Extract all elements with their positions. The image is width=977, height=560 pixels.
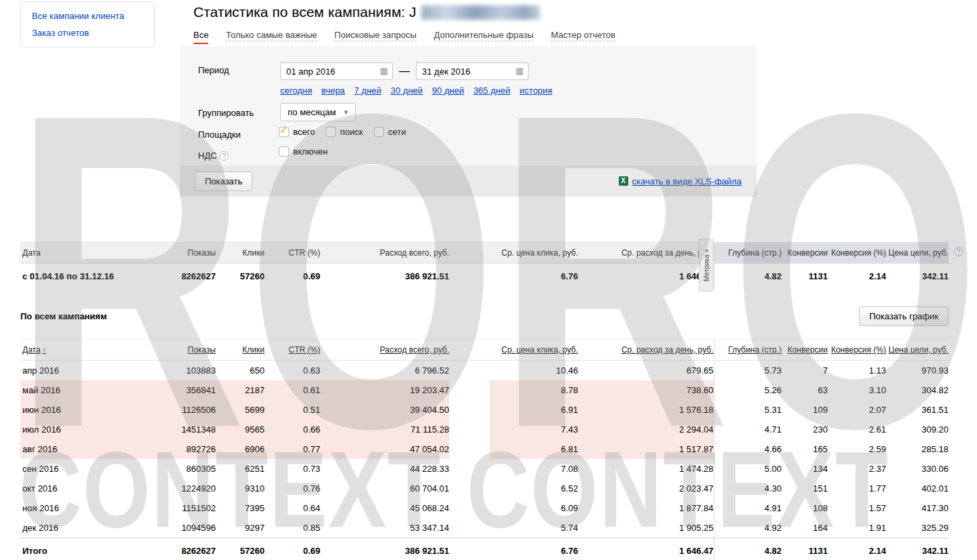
spacer-cell (449, 340, 490, 361)
cell: 45 068.24 (320, 498, 449, 518)
cell: 4.82 (714, 538, 782, 560)
cell: июл 2016 (20, 420, 163, 439)
cell: 6.52 (490, 479, 578, 498)
quick-link-history[interactable]: история (520, 85, 552, 96)
column-header[interactable]: Цена цели, руб. (886, 340, 949, 361)
date-to-wrap: ▦ (416, 62, 529, 80)
campaigns-section-header: По всем кампаниям Показать график (20, 306, 949, 326)
quick-link-7days[interactable]: 7 дней (354, 85, 381, 96)
summary-table-wrap: ДатаПоказыКликиCTR (%)Расход всего, руб.… (20, 242, 949, 289)
cell: 1126506 (163, 400, 216, 420)
checkbox-total[interactable]: ✓ (279, 127, 289, 137)
summary-help-icon[interactable]: ? (954, 247, 963, 256)
cell: 7 (782, 361, 828, 381)
cell: 230 (782, 420, 828, 439)
cell: сен 2016 (20, 459, 163, 479)
tab-search-queries[interactable]: Поисковые запросы (334, 30, 417, 44)
cell: 1 877.84 (578, 498, 714, 518)
platform-option-search[interactable]: поиск (326, 127, 363, 137)
xls-download[interactable]: X скачать в виде XLS-файла (619, 176, 742, 186)
checkbox-networks[interactable] (374, 127, 384, 137)
tab-all[interactable]: Все (193, 30, 208, 44)
column-header[interactable]: Ср. цена клика, руб. (490, 340, 578, 361)
cell: 5.74 (490, 518, 578, 538)
quick-link-today[interactable]: сегодня (280, 85, 312, 96)
column-header[interactable]: Конверсия (%) (828, 340, 886, 361)
tab-label: Поисковые запросы (334, 30, 417, 41)
vat-checkbox[interactable] (279, 146, 289, 157)
cell: 5699 (216, 400, 265, 420)
chevron-down-icon: ▾ (344, 108, 348, 117)
tab-most-important[interactable]: Только самые важные (226, 30, 317, 44)
cell: 6.76 (490, 538, 578, 560)
cell: 7.08 (490, 459, 578, 479)
client-name-blurred (421, 5, 540, 20)
column-header[interactable]: Расход всего, руб. (320, 340, 449, 361)
quick-link-30days[interactable]: 30 дней (391, 85, 423, 96)
cell: 1 646.47 (578, 264, 714, 289)
spacer-cell (449, 439, 490, 459)
checkbox-search[interactable] (326, 127, 336, 137)
show-chart-button[interactable]: Показать график (859, 306, 949, 326)
cell: 4.66 (714, 439, 782, 459)
tab-report-wizard[interactable]: Мастер отчетов (551, 30, 615, 44)
cell: 1131 (782, 538, 828, 560)
summary-header-row: ДатаПоказыКликиCTR (%)Расход всего, руб.… (20, 243, 949, 264)
tab-additional-phrases[interactable]: Дополнительные фразы (434, 30, 534, 44)
platform-option-networks[interactable]: сети (374, 127, 406, 137)
cell: с 01.04.16 по 31.12.16 (20, 264, 163, 289)
quick-link-365days[interactable]: 365 дней (474, 85, 511, 96)
table-row: сен 201686030562510.7344 228.337.081 474… (20, 459, 949, 479)
column-header[interactable]: Ср. расход за день, руб. (578, 340, 714, 361)
date-to-input[interactable] (416, 62, 529, 80)
column-header[interactable]: Глубина (стр.) (714, 340, 782, 361)
cell: 1 576.18 (578, 400, 714, 420)
cell: 0.51 (265, 400, 320, 420)
column-header[interactable]: Клики (216, 340, 265, 361)
table-row: май 201635684121870.6119 203.478.78738.6… (20, 380, 949, 400)
order-reports-link[interactable]: Заказ отчетов (32, 28, 143, 38)
cell: 970.93 (886, 361, 949, 381)
column-header[interactable]: Показы (163, 340, 216, 361)
cell: 0.69 (265, 264, 320, 289)
period-label: Период (198, 65, 229, 75)
cell: 2 023.47 (578, 479, 714, 498)
page-title: Статистика по всем кампаниям: J (193, 4, 540, 20)
vat-option[interactable]: включен (279, 146, 328, 157)
campaigns-header-row: Дата↑ПоказыКликиCTR (%)Расход всего, руб… (20, 340, 949, 361)
cell: 1.13 (828, 361, 886, 381)
cell: 8.78 (490, 380, 578, 400)
column-header[interactable]: CTR (%) (265, 340, 320, 361)
cell: 3.10 (828, 380, 886, 400)
cell: 8262627 (163, 538, 216, 560)
vat-help-icon[interactable]: ? (219, 151, 229, 161)
campaigns-table-wrap: Дата↑ПоказыКликиCTR (%)Расход всего, руб… (20, 339, 949, 560)
cell: 304.82 (886, 380, 949, 400)
date-from-input[interactable] (280, 62, 393, 80)
quick-link-90days[interactable]: 90 дней (432, 85, 464, 96)
column-header[interactable]: Конверсии (782, 340, 828, 361)
all-client-campaigns-link[interactable]: Все кампании клиента (32, 11, 143, 21)
cell: 0.77 (265, 439, 320, 459)
cell: 402.01 (886, 479, 949, 498)
cell: 71 115.28 (320, 420, 449, 439)
xls-download-link[interactable]: скачать в виде XLS-файла (632, 176, 742, 186)
cell: 6906 (216, 439, 265, 459)
column-header: Ср. цена клика, руб. (490, 243, 578, 264)
show-button[interactable]: Показать (195, 172, 252, 191)
column-header: Цена цели, руб. (886, 243, 949, 264)
column-header: Конверсии (782, 243, 828, 264)
metrika-toggle-tab[interactable]: Метрика » (699, 239, 714, 292)
group-by-value: по месяцам (288, 107, 336, 117)
quick-link-yesterday[interactable]: вчера (322, 85, 345, 96)
cell: 165 (782, 439, 828, 459)
cell: 19 203.47 (320, 380, 449, 400)
campaigns-table: Дата↑ПоказыКликиCTR (%)Расход всего, руб… (20, 339, 949, 560)
column-header: Расход всего, руб. (320, 243, 449, 264)
filter-panel: Период ▦ — ▦ сегодня вчера 7 дней 30 дне… (180, 46, 756, 197)
group-by-select[interactable]: по месяцам ▾ (280, 103, 356, 121)
cell: 0.73 (265, 459, 320, 479)
platform-option-total[interactable]: ✓ всего (279, 127, 315, 137)
cell: 1.77 (828, 479, 886, 498)
column-header[interactable]: Дата↑ (20, 340, 163, 361)
